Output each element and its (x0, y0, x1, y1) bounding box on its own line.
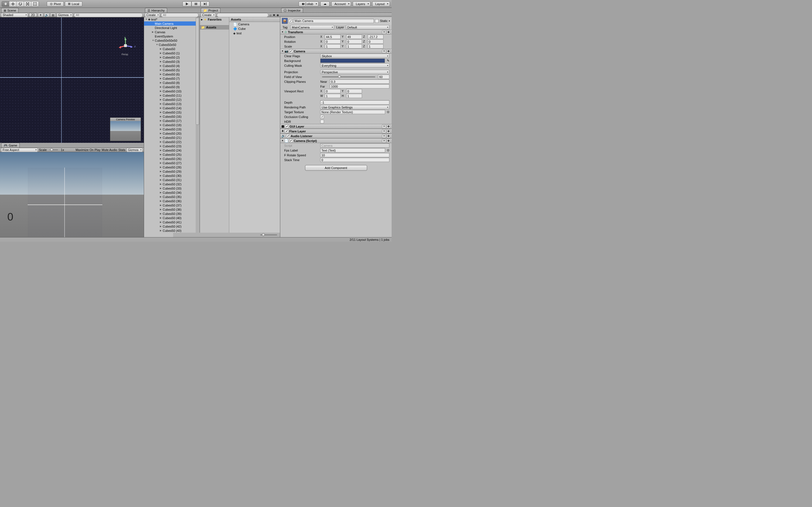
gear-icon[interactable]: ⚙ (387, 30, 391, 34)
type-filter-icon[interactable]: ◈ (276, 13, 279, 17)
add-component-button[interactable]: Add Component (305, 165, 367, 171)
game-gizmos[interactable]: Gizmos (126, 148, 143, 152)
hierarchy-item[interactable]: ▶Cubes50 (6) (144, 72, 200, 76)
hierarchy-item[interactable]: ▶Cubes50 (4) (144, 64, 200, 68)
hierarchy-item[interactable]: ▶Cubes50 (3) (144, 59, 200, 64)
camera-enabled[interactable]: ✓ (289, 49, 293, 53)
help-icon[interactable]: ? (382, 134, 386, 138)
lighting-toggle[interactable]: ☀ (38, 13, 43, 17)
hierarchy-item[interactable]: ▶Cubes50 (43) (144, 228, 200, 233)
hierarchy-tree[interactable]: ▼◈test* Main CameraDirectional Light▶Can… (144, 17, 200, 237)
aspect-select[interactable]: Free Aspect (1, 148, 38, 152)
fx-toggle[interactable]: ▤ (50, 13, 56, 17)
scale-x[interactable] (325, 44, 341, 48)
hierarchy-item[interactable]: ▶Cubes50 (2) (144, 55, 200, 59)
hdr-checkbox[interactable] (320, 120, 324, 123)
hierarchy-item[interactable]: ▶Cubes50 (1) (144, 51, 200, 55)
rotate-tool[interactable] (17, 1, 24, 6)
hierarchy-item[interactable]: ▶Cubes50 (18) (144, 123, 200, 127)
layers-dropdown[interactable]: Layers (353, 1, 370, 6)
hierarchy-item[interactable]: ▶Cubes50 (5) (144, 68, 200, 72)
scene-tab[interactable]: ⊞Scene (1, 8, 18, 13)
scene-search[interactable] (74, 13, 143, 17)
play-button[interactable] (183, 1, 192, 6)
hierarchy-item[interactable]: ▶Cubes50 (9) (144, 85, 200, 89)
viewport-y[interactable] (346, 89, 362, 93)
occlusion-checkbox[interactable]: ✓ (320, 115, 324, 119)
eyedropper-icon[interactable]: ✎ (387, 59, 389, 62)
hierarchy-item[interactable]: ▶Cubes50 (15) (144, 110, 200, 114)
hierarchy-item[interactable]: ▶Cubes50 (25) (144, 152, 200, 157)
hierarchy-item[interactable]: ▶Cubes50 (22) (144, 140, 200, 144)
hierarchy-item[interactable]: ▶Cubes50 (27) (144, 161, 200, 165)
project-create[interactable]: Create (201, 13, 216, 17)
fov-slider[interactable] (322, 76, 375, 77)
mute-audio[interactable]: Mute Audio (102, 148, 117, 152)
help-icon[interactable]: ? (382, 49, 386, 53)
hierarchy-item[interactable]: ▶Cubes50 (19) (144, 127, 200, 131)
rect-tool[interactable] (31, 1, 39, 6)
project-content[interactable]: Assets 📄Camera🔷Cube◈test (229, 17, 280, 237)
hierarchy-item[interactable]: ▶Cubes50 (35) (144, 194, 200, 199)
hierarchy-item[interactable]: ▶Cubes50 (21) (144, 135, 200, 140)
pivot-toggle[interactable]: ◎Pivot (47, 1, 64, 6)
icon-size-slider[interactable] (260, 234, 277, 235)
filter-icon[interactable]: ⌕ (269, 13, 271, 17)
star-filter-icon[interactable]: ★ (273, 13, 275, 17)
flare-layer-component[interactable]: ✦✓Flare Layer?⚙ (280, 129, 392, 133)
audio-listener-component[interactable]: 🔊✓Audio Listener?⚙ (280, 133, 392, 138)
orientation-gizmo[interactable]: y z Persp (117, 37, 134, 54)
hierarchy-item[interactable]: ▶Cubes50 (10) (144, 89, 200, 93)
hierarchy-item[interactable]: ▶Cubes50 (13) (144, 102, 200, 106)
hierarchy-tab[interactable]: ☰Hierarchy (145, 8, 167, 13)
viewport-w[interactable] (325, 94, 341, 98)
hierarchy-item[interactable]: ▶Canvas (144, 30, 200, 34)
project-item[interactable]: 🔷Cube (229, 26, 280, 31)
maximize-on-play[interactable]: Maximize On Play (75, 148, 101, 152)
hierarchy-item[interactable]: ▶Cubes50 (12) (144, 98, 200, 102)
hierarchy-item[interactable]: ▶Cubes50 (36) (144, 199, 200, 203)
hierarchy-item[interactable]: EventSystem (144, 34, 200, 38)
gizmos-dropdown[interactable]: Gizmos (57, 13, 73, 17)
scale-z[interactable] (368, 44, 384, 48)
fps-label-field[interactable] (320, 148, 385, 152)
active-checkbox[interactable]: ✓ (289, 19, 292, 23)
rotation-z[interactable] (368, 40, 384, 44)
viewport-h[interactable] (346, 94, 362, 98)
hierarchy-item[interactable]: Main Camera (144, 21, 200, 25)
hierarchy-item[interactable]: ▶Cubes50 (28) (144, 165, 200, 169)
hierarchy-item[interactable]: ▶Cubes50 (20) (144, 131, 200, 135)
background-color[interactable] (320, 59, 385, 63)
step-button[interactable] (200, 1, 209, 6)
project-tab[interactable]: 📁Project (201, 8, 220, 13)
hierarchy-item[interactable]: ▶Cubes50 (29) (144, 169, 200, 173)
breadcrumb[interactable]: Assets (229, 17, 280, 22)
account-dropdown[interactable]: Account (331, 1, 351, 6)
hierarchy-item[interactable]: ▶Cubes50 (11) (144, 93, 200, 98)
projection-select[interactable]: Perspective (320, 70, 389, 74)
target-texture-field[interactable] (320, 110, 385, 114)
help-icon[interactable]: ? (382, 139, 386, 143)
project-search[interactable] (217, 13, 268, 17)
hierarchy-item[interactable]: ▶Cubes50 (41) (144, 220, 200, 224)
project-item[interactable]: 📄Camera (229, 22, 280, 26)
static-checkbox[interactable] (375, 19, 378, 23)
position-x[interactable] (325, 35, 341, 39)
hierarchy-item[interactable]: ▶Cubes50 (144, 47, 200, 51)
rotation-y[interactable] (346, 40, 362, 44)
hierarchy-item[interactable]: ▶Cubes50 (16) (144, 114, 200, 119)
help-icon[interactable]: ? (382, 129, 386, 133)
viewport-x[interactable] (325, 89, 341, 93)
collab-dropdown[interactable]: ◉Collab (299, 1, 319, 6)
gear-icon[interactable]: ⚙ (387, 134, 391, 138)
move-tool[interactable] (9, 1, 17, 6)
hierarchy-item[interactable]: ▶Cubes50 (23) (144, 144, 200, 148)
near-field[interactable] (330, 79, 389, 83)
hierarchy-scrollbar[interactable] (196, 17, 200, 237)
pause-button[interactable] (192, 1, 200, 6)
hierarchy-item[interactable]: ▶Cubes50 (26) (144, 157, 200, 161)
hierarchy-item[interactable]: ▶Cubes50 (39) (144, 212, 200, 216)
clear-flags-select[interactable]: Skybox (320, 54, 389, 58)
scale-tool[interactable] (24, 1, 31, 6)
hierarchy-item[interactable]: ▶Cubes50 (34) (144, 190, 200, 194)
